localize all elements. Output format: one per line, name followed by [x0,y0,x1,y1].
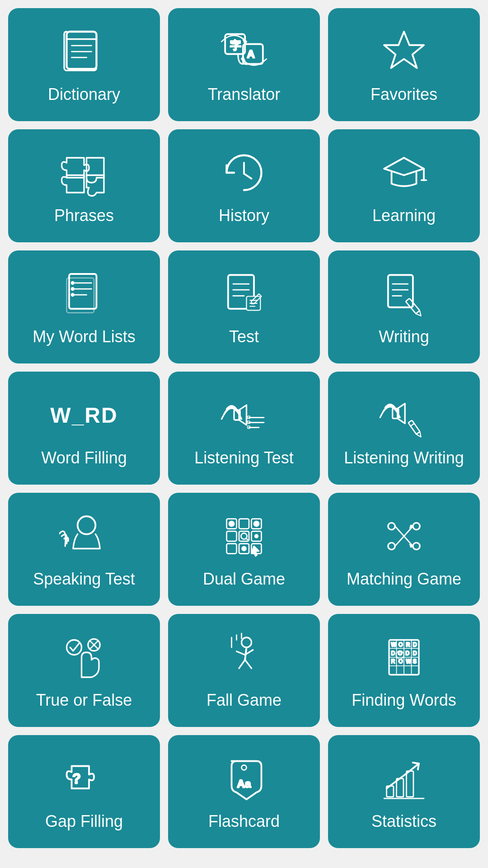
statistics-label: Statistics [371,811,436,831]
dual-game-icon [219,511,269,561]
svg-line-84 [239,660,245,669]
svg-line-15 [244,174,252,179]
svg-text:O: O [399,642,403,648]
phrases-card[interactable]: Phrases [8,129,160,242]
svg-text:W: W [406,659,411,665]
svg-text:D: D [391,650,395,656]
svg-text:字: 字 [230,39,241,52]
main-grid: Dictionary 字 A Translator F [8,8,480,848]
svg-marker-12 [242,57,245,61]
svg-text:R: R [391,659,395,665]
svg-line-82 [237,651,245,655]
gap-filling-label: Gap Filling [45,811,123,831]
listening-test-label: Listening Test [194,448,293,467]
fall-game-label: Fall Game [206,690,282,710]
gap-filling-card[interactable]: ? Gap Filling [8,735,160,848]
svg-text:D: D [413,642,417,648]
svg-line-51 [411,424,414,426]
dictionary-label: Dictionary [48,85,120,104]
flashcard-label: Flashcard [208,811,280,831]
svg-rect-35 [388,275,413,308]
word-filling-icon: W_RD [59,390,109,440]
test-label: Test [229,327,259,346]
svg-rect-19 [69,274,97,309]
dual-game-card[interactable]: Dual Game [168,493,320,606]
finding-words-card[interactable]: W O R D D O D D R O W S Finding Words [328,614,480,727]
history-card[interactable]: History [168,129,320,242]
learning-card[interactable]: Learning [328,129,480,242]
svg-point-70 [413,523,420,530]
speaking-test-card[interactable]: Speaking Test [8,493,160,606]
gap-filling-icon: ? [59,754,109,803]
dictionary-card[interactable]: Dictionary [8,8,160,121]
learning-label: Learning [372,206,436,225]
svg-point-71 [413,543,420,550]
svg-text:A: A [247,48,255,61]
writing-icon [379,269,429,319]
svg-line-61 [246,538,249,541]
svg-point-23 [71,282,74,284]
svg-point-80 [242,637,252,647]
svg-point-25 [71,294,74,297]
flashcard-card[interactable]: Aa Flashcard [168,735,320,848]
svg-rect-0 [67,32,97,69]
translator-label: Translator [208,85,281,104]
svg-text:D: D [405,650,409,656]
svg-text:W: W [391,642,396,648]
svg-text:D: D [413,650,417,656]
matching-game-card[interactable]: Matching Game [328,493,480,606]
finding-words-label: Finding Words [352,690,456,710]
listening-writing-icon [379,390,429,440]
finding-words-icon: W O R D D O D D R O W S [379,632,429,682]
writing-label: Writing [379,327,429,346]
listening-test-card[interactable]: Listening Test [168,372,320,485]
svg-point-57 [254,521,259,526]
svg-point-68 [388,523,395,530]
favorites-card[interactable]: Favorites [328,8,480,121]
dual-game-label: Dual Game [203,569,285,589]
translator-card[interactable]: 字 A Translator [168,8,320,121]
svg-marker-11 [243,39,247,44]
svg-point-69 [388,543,395,550]
word-filling-card[interactable]: W_RD Word Filling [8,372,160,485]
writing-card[interactable]: Writing [328,250,480,363]
listening-writing-label: Listening Writing [344,448,464,467]
dictionary-icon [59,27,109,76]
svg-text:Aa: Aa [237,778,251,790]
svg-text:?: ? [72,771,81,787]
statistics-card[interactable]: Statistics [328,735,480,848]
flashcard-icon: Aa [219,754,269,803]
speaking-test-icon [59,511,109,561]
svg-rect-64 [227,544,237,554]
true-or-false-label: True or False [36,690,132,710]
favorites-label: Favorites [371,85,437,104]
speaking-test-label: Speaking Test [33,569,135,589]
svg-point-110 [242,765,247,770]
svg-rect-114 [407,771,413,797]
svg-marker-13 [384,32,424,68]
svg-point-52 [78,516,96,534]
svg-rect-55 [239,519,249,529]
svg-marker-16 [384,158,424,175]
test-card[interactable]: Test [168,250,320,363]
listening-test-icon [219,390,269,440]
my-word-lists-card[interactable]: My Word Lists [8,250,160,363]
listening-writing-card[interactable]: Listening Writing [328,372,480,485]
svg-line-85 [245,660,251,669]
svg-point-63 [255,535,258,538]
svg-rect-49 [408,420,420,434]
test-icon [219,269,269,319]
true-or-false-card[interactable]: True or False [8,614,160,727]
statistics-icon [379,754,429,803]
learning-icon [379,148,429,198]
fall-game-card[interactable]: Fall Game [168,614,320,727]
svg-point-76 [67,640,82,655]
word-filling-label: Word Filling [41,448,127,467]
history-label: History [219,206,269,225]
svg-point-66 [242,547,246,551]
phrases-icon [59,148,109,198]
favorites-icon [379,27,429,76]
matching-game-icon [379,511,429,561]
my-word-lists-label: My Word Lists [33,327,135,346]
history-icon [219,148,269,198]
